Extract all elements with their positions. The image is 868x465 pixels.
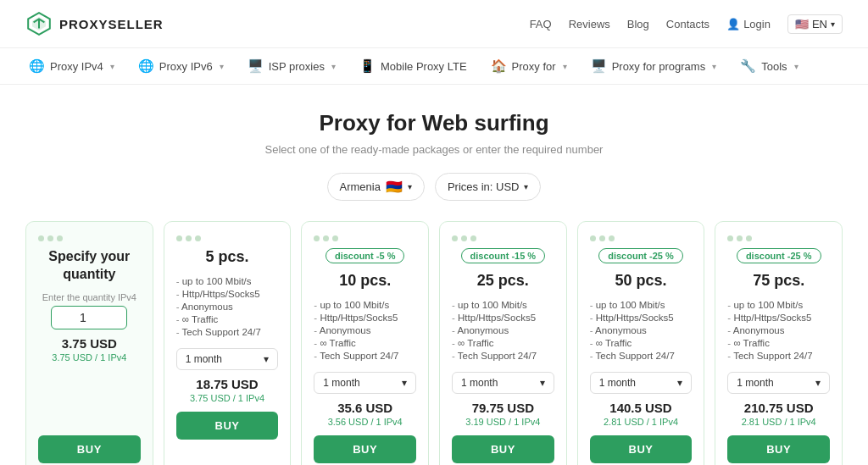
- nav-blog[interactable]: Blog: [627, 18, 649, 30]
- pricing-card-5: 5 pcs. up to 100 Mbit/s Http/Https/Socks…: [164, 221, 292, 465]
- feature-item: Tech Support 24/7: [314, 349, 416, 362]
- feature-item: Http/Https/Socks5: [314, 311, 416, 324]
- dot: [590, 235, 596, 241]
- nav-proxy-for[interactable]: 🏠 Proxy for ▾: [479, 48, 579, 84]
- month-selector[interactable]: 1 month ▾: [314, 372, 416, 394]
- currency-selector[interactable]: Prices in: USD ▾: [435, 173, 542, 201]
- controls-row: Armenia 🇦🇲 ▾ Prices in: USD ▾: [25, 173, 843, 201]
- card-features: up to 100 Mbit/s Http/Https/Socks5 Anony…: [727, 298, 830, 362]
- month-label: 1 month: [323, 377, 359, 389]
- month-label: 1 month: [461, 377, 498, 389]
- dot: [323, 235, 329, 241]
- discount-badge: discount -5 %: [326, 248, 405, 263]
- person-icon: 👤: [726, 18, 740, 30]
- feature-item: up to 100 Mbit/s: [452, 298, 554, 311]
- pricing-card-50: discount -25 % 50 pcs. up to 100 Mbit/s …: [577, 221, 705, 465]
- feature-item: Http/Https/Socks5: [590, 311, 693, 324]
- buy-button[interactable]: BUY: [314, 435, 416, 463]
- dot: [314, 235, 320, 241]
- nav-faq[interactable]: FAQ: [530, 18, 552, 30]
- nav-label: Mobile Proxy LTE: [381, 60, 467, 73]
- feature-item: up to 100 Mbit/s: [314, 298, 416, 311]
- card-dots: [314, 235, 338, 241]
- country-selector[interactable]: Armenia 🇦🇲 ▾: [327, 173, 425, 201]
- desktop-icon: 🖥️: [591, 58, 607, 74]
- chevron-down-icon: ▾: [408, 182, 412, 191]
- pricing-card-10: discount -5 % 10 pcs. up to 100 Mbit/s H…: [301, 221, 429, 465]
- card-features: up to 100 Mbit/s Http/Https/Socks5 Anony…: [452, 298, 554, 362]
- chevron-down-icon: ▾: [540, 377, 545, 389]
- card-features: up to 100 Mbit/s Http/Https/Socks5 Anony…: [314, 298, 416, 362]
- globe-icon: 🌐: [138, 58, 154, 74]
- feature-item: Anonymous: [314, 324, 416, 336]
- dot: [186, 235, 192, 241]
- month-label: 1 month: [186, 353, 222, 365]
- buy-button[interactable]: BUY: [590, 435, 693, 463]
- dot: [176, 235, 182, 241]
- nav-contacts[interactable]: Contacts: [666, 18, 709, 30]
- discount-badge: discount -15 %: [461, 248, 546, 263]
- card-price-per: 3.75 USD / 1 IPv4: [52, 352, 126, 363]
- chevron-down-icon: ▾: [831, 19, 835, 29]
- month-selector[interactable]: 1 month ▾: [176, 348, 279, 370]
- logo[interactable]: PROXYSELLER: [25, 10, 164, 37]
- card-price-per: 3.19 USD / 1 IPv4: [465, 417, 540, 427]
- month-selector[interactable]: 1 month ▾: [590, 372, 693, 394]
- buy-button[interactable]: BUY: [452, 435, 554, 463]
- nav-tools[interactable]: 🔧 Tools ▾: [728, 48, 810, 84]
- dot: [47, 235, 53, 241]
- chevron-down-icon: ▾: [331, 62, 336, 71]
- home-icon: 🏠: [491, 58, 507, 74]
- dot: [599, 235, 605, 241]
- card-quantity: 10 pcs.: [339, 272, 391, 290]
- buy-button[interactable]: BUY: [176, 412, 279, 440]
- nav-label: Proxy IPv6: [159, 60, 213, 73]
- feature-item: Anonymous: [590, 324, 693, 336]
- nav-proxy-for-programs[interactable]: 🖥️ Proxy for programs ▾: [579, 48, 729, 84]
- buy-button[interactable]: BUY: [38, 435, 141, 463]
- feature-item: Tech Support 24/7: [727, 349, 830, 362]
- navbar: 🌐 Proxy IPv4 ▾ 🌐 Proxy IPv6 ▾ 🖥️ ISP pro…: [0, 48, 868, 85]
- card-dots: [452, 235, 476, 241]
- card-price: 79.75 USD: [472, 401, 534, 415]
- logo-text: PROXYSELLER: [59, 17, 164, 31]
- pricing-cards: Specify your quantity Enter the quantity…: [25, 221, 843, 465]
- card-price-per: 3.56 USD / 1 IPv4: [328, 417, 403, 427]
- chevron-down-icon: ▾: [264, 353, 269, 365]
- card-title: Specify your quantity: [38, 248, 141, 284]
- discount-badge: discount -25 %: [737, 248, 821, 263]
- nav-proxy-ipv6[interactable]: 🌐 Proxy IPv6 ▾: [126, 48, 236, 84]
- card-price: 3.75 USD: [62, 336, 117, 351]
- card-price: 35.6 USD: [337, 401, 392, 415]
- feature-item: Anonymous: [452, 324, 554, 336]
- nav-mobile-proxy[interactable]: 📱 Mobile Proxy LTE: [348, 48, 479, 84]
- pricing-card-25: discount -15 % 25 pcs. up to 100 Mbit/s …: [439, 221, 567, 465]
- nav-reviews[interactable]: Reviews: [569, 18, 610, 30]
- chevron-down-icon: ▾: [110, 62, 114, 71]
- login-button[interactable]: 👤 Login: [726, 18, 771, 30]
- buy-button[interactable]: BUY: [727, 435, 830, 463]
- chevron-down-icon: ▾: [220, 62, 224, 71]
- input-label: Enter the quantity IPv4: [42, 292, 136, 302]
- nav-isp-proxies[interactable]: 🖥️ ISP proxies ▾: [236, 48, 348, 84]
- nav-proxy-ipv4[interactable]: 🌐 Proxy IPv4 ▾: [17, 48, 126, 84]
- card-price-per: 2.81 USD / 1 IPv4: [604, 417, 678, 427]
- language-selector[interactable]: 🇺🇸 EN ▾: [787, 14, 843, 34]
- quantity-input[interactable]: [51, 306, 127, 329]
- dot: [452, 235, 458, 241]
- month-selector[interactable]: 1 month ▾: [452, 372, 554, 394]
- card-dots: [38, 235, 63, 241]
- nav-label: Proxy IPv4: [50, 60, 103, 73]
- card-price-per: 2.81 USD / 1 IPv4: [742, 417, 816, 427]
- feature-item: Tech Support 24/7: [452, 349, 554, 362]
- mobile-icon: 📱: [359, 58, 376, 74]
- dot: [727, 235, 733, 241]
- feature-item: up to 100 Mbit/s: [176, 274, 279, 287]
- card-price: 140.5 USD: [609, 401, 671, 415]
- armenia-flag-icon: 🇦🇲: [386, 179, 403, 195]
- month-selector[interactable]: 1 month ▾: [727, 372, 830, 394]
- main-content: Proxy for Web surfing Select one of the …: [0, 85, 868, 465]
- feature-item: Http/Https/Socks5: [452, 311, 554, 324]
- feature-item: Tech Support 24/7: [590, 349, 693, 362]
- chevron-down-icon: ▾: [524, 182, 528, 191]
